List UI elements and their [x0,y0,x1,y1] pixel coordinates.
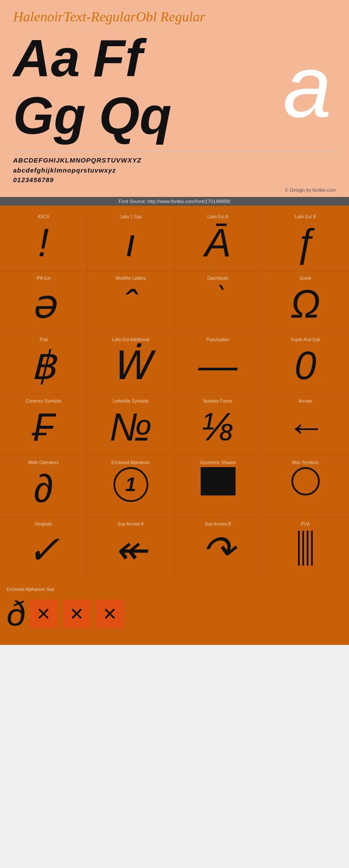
large-italic-char: a [283,47,336,126]
glyph-label-suparrowsa: Sup Arrows A [117,522,144,526]
glyph-char-modletters: ˆ [124,283,137,326]
glyph-cell-ipaext: IPA Ext ə [0,271,87,333]
char-Aa: Aa [13,29,80,87]
glyph-cell-punctuation: Punctuation — [174,333,262,394]
glyph-cell-superandsub: Super And Sub 0 [262,333,349,394]
char-Ff: Ff [93,29,142,87]
large-a-char: a [283,38,332,135]
glyph-char-enclosedalpha: 1 [113,467,148,502]
glyph-label-numforms: Number Forms [203,399,233,403]
glyph-cell-ascii: ASCII ! [0,210,87,271]
glyph-label-enclosedalpha: Enclosed Alphanum [111,460,150,465]
bottom-box-3: ✕ [96,600,124,628]
glyph-char-suparrowsa: ↞ [114,529,147,572]
uppercase-alphabet: ABCDEFGHIJKLMNOPQRSTUVWXYZ [13,156,336,166]
bottom-section: Enclosed Alphanum Sup ð ✕ ✕ ✕ [0,578,349,636]
glyph-label-suparrowsb: Sup Arrows B [205,522,231,526]
glyph-char-ascii: ! [38,221,49,264]
vert-bar-4 [311,531,313,566]
char-row-1: Aa Ff [13,29,283,87]
char-Gg: Gg [13,87,86,144]
glyph-char-arrows: ← [286,406,325,449]
vert-bar-2 [302,531,304,566]
glyph-cell-enclosedalpha: Enclosed Alphanum 1 [87,456,174,517]
glyph-label-mathops: Math Operators [28,460,58,465]
glyph-cell-numforms: Number Forms ⅛ [174,394,262,456]
glyph-cell-miscsymbols: Misc Symbols [262,456,349,517]
glyph-label-latinextb: Latin Ext B [295,214,316,219]
glyph-label-ipaext: IPA Ext [36,276,50,281]
glyph-char-pua [298,529,313,568]
glyph-char-punctuation: — [198,344,238,387]
glyph-char-greek: Ω [291,283,320,326]
copyright: © Design by fontke.com [13,187,336,193]
glyph-cell-suparrowsb: Sup Arrows B ↷ [174,517,262,578]
glyph-label-modletters: Modifier Letters [116,276,146,281]
glyph-char-superandsub: 0 [294,344,316,387]
font-source: Font Source: http://www.fontke.com/font/… [119,199,230,204]
glyph-char-currency: ₣ [32,406,54,449]
glyph-label-superandsub: Super And Sub [291,337,320,342]
glyph-label-latinexta: Latin Ext A [208,214,229,219]
glyph-cell-diacriticals: Diacriticals ˋ [174,271,262,333]
glyph-cell-latinextb: Latin Ext B ƒ [262,210,349,271]
glyph-cell-latinextadd: Latin Ext Additional Ẇ [87,333,174,394]
glyph-label-thai: Thai [39,337,48,342]
glyph-char-letterlike: № [109,406,152,449]
glyph-char-geoshapes [201,467,236,495]
glyph-cell-mathops: Math Operators ∂ [0,456,87,517]
glyph-cell-suparrowsa: Sup Arrows A ↞ [87,517,174,578]
info-bar: Font Source: http://www.fontke.com/font/… [0,197,349,206]
glyph-label-letterlike: Letterlike Symbols [113,399,149,403]
glyph-cell-arrows: Arrows ← [262,394,349,456]
glyph-char-diacriticals: ˋ [212,283,225,312]
glyph-cell-dingbats: Dingbats ✓ [0,517,87,578]
glyph-cell-pua: PUA [262,517,349,578]
glyph-char-mathops: ∂ [34,467,53,510]
glyph-char-dingbats: ✓ [27,529,60,572]
glyph-cell-latinexta: Latin Ext A Ā [174,210,262,271]
glyph-cell-modletters: Modifier Letters ˆ [87,271,174,333]
glyph-cell-geoshapes: Geometric Shapes [174,456,262,517]
glyph-char-latinexta: Ā [205,221,231,264]
glyphs-section: ASCII ! Latin 1 Sup ı Latin Ext A Ā Lati… [0,206,349,645]
glyph-cell-thai: Thai ฿ [0,333,87,394]
glyph-label-currency: Currency Symbols [26,399,62,403]
vert-bar-3 [307,531,308,566]
glyph-char-suparrowsb: ↷ [202,529,234,572]
sample-chars-area: Aa Ff Gg Qq a [13,29,336,144]
lowercase-alphabet: abcdefghijklmnopqrstuvwxyz [13,166,336,176]
glyph-label-miscsymbols: Misc Symbols [292,460,319,465]
char-preview-area: Aa Ff Gg Qq [13,29,283,144]
char-row-2: Gg Qq [13,87,283,144]
glyph-char-ipaext: ə [31,283,55,326]
digit-alphabet: 0123456789 [13,175,336,185]
glyph-label-pua: PUA [301,522,310,526]
glyph-label-dingbats: Dingbats [35,522,52,526]
glyph-label-geoshapes: Geometric Shapes [200,460,236,465]
font-title: HalenoirText-RegularObl Regular [13,9,336,25]
char-Qq: Qq [99,87,172,144]
glyph-cell-greek: Greek Ω [262,271,349,333]
bottom-box-2: ✕ [63,600,91,628]
glyph-label-latinextadd: Latin Ext Additional [112,337,149,342]
bottom-char-eth: ð [7,594,26,634]
bottom-box-1: ✕ [30,600,58,628]
glyph-char-latinextb: ƒ [294,221,316,264]
glyph-char-thai: ฿ [31,344,56,387]
glyph-label-diacriticals: Diacriticals [207,276,228,281]
glyph-label-punctuation: Punctuation [206,337,229,342]
bottom-x-3: ✕ [103,604,117,624]
glyph-label-arrows: Arrows [298,399,312,403]
glyph-cell-currency: Currency Symbols ₣ [0,394,87,456]
glyph-char-latin1sup: ı [125,221,136,264]
bottom-chars-row: ð ✕ ✕ ✕ [7,594,342,634]
glyph-grid: ASCII ! Latin 1 Sup ı Latin Ext A Ā Lati… [0,210,349,578]
glyph-label-latin1sup: Latin 1 Sup [120,214,142,219]
glyph-char-numforms: ⅛ [202,406,234,449]
glyph-cell-letterlike: Letterlike Symbols № [87,394,174,456]
glyph-label-greek: Greek [299,276,311,281]
glyph-label-ascii: ASCII [38,214,49,219]
alphabet-section: ABCDEFGHIJKLMNOPQRSTUVWXYZ abcdefghijklm… [13,151,336,185]
glyph-char-latinextadd: Ẇ [111,344,150,387]
